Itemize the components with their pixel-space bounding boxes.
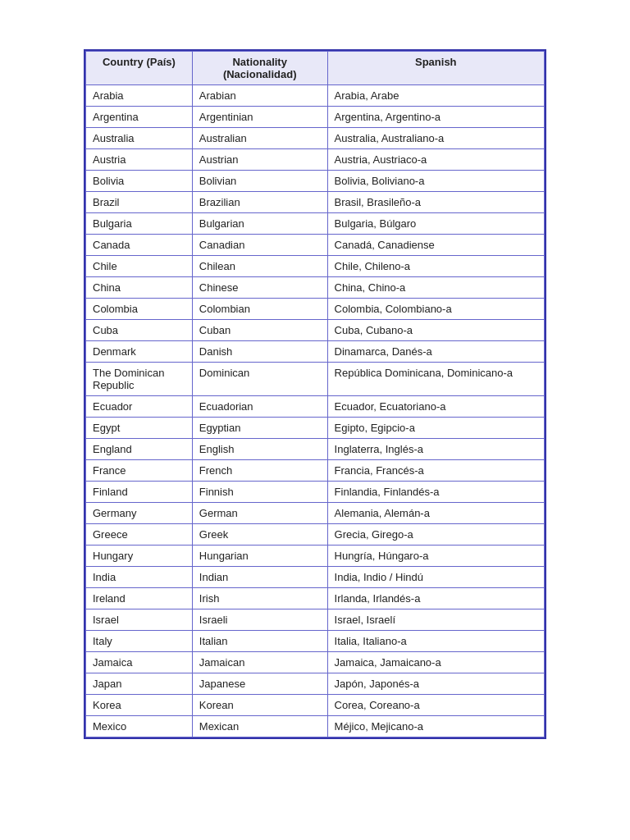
table-row: EnglandEnglishInglaterra, Inglés-a xyxy=(86,439,545,460)
table-cell: Argentina xyxy=(86,107,193,128)
table-row: HungaryHungarianHungría, Húngaro-a xyxy=(86,546,545,567)
table-row: JapanJapaneseJapón, Japonés-a xyxy=(86,673,545,695)
table-cell: Hungary xyxy=(86,546,193,567)
table-cell: Finnish xyxy=(192,482,327,503)
table-cell: Japón, Japonés-a xyxy=(327,673,544,695)
table-cell: Canada xyxy=(86,235,193,256)
table-cell: Mexican xyxy=(192,716,327,737)
table-row: FranceFrenchFrancia, Francés-a xyxy=(86,460,545,482)
table-cell: Indian xyxy=(192,567,327,588)
table-row: CanadaCanadianCanadá, Canadiense xyxy=(86,235,545,256)
table-cell: Inglaterra, Inglés-a xyxy=(327,439,544,460)
table-row: ArabiaArabianArabia, Arabe xyxy=(86,85,545,107)
table-cell: Italia, Italiano-a xyxy=(327,631,544,652)
table-cell: Irlanda, Irlandés-a xyxy=(327,588,544,609)
table-cell: Dominican xyxy=(192,363,327,396)
table-cell: France xyxy=(86,460,193,482)
table-cell: India, Indio / Hindú xyxy=(327,567,544,588)
table-cell: Chinese xyxy=(192,277,327,299)
table-cell: Australia, Australiano-a xyxy=(327,128,544,149)
table-cell: Canadian xyxy=(192,235,327,256)
table-cell: Grecia, Girego-a xyxy=(327,524,544,546)
table-cell: Irish xyxy=(192,588,327,609)
table-row: The Dominican RepublicDominicanRepública… xyxy=(86,363,545,396)
table-row: BulgariaBulgarianBulgaria, Búlgaro xyxy=(86,213,545,235)
table-cell: Corea, Coreano-a xyxy=(327,695,544,716)
table-row: GermanyGermanAlemania, Alemán-a xyxy=(86,503,545,524)
table-row: JamaicaJamaicanJamaica, Jamaicano-a xyxy=(86,652,545,673)
table-cell: Danish xyxy=(192,341,327,363)
table-cell: China xyxy=(86,277,193,299)
table-cell: Australia xyxy=(86,128,193,149)
table-cell: Austria, Austriaco-a xyxy=(327,149,544,171)
table-cell: Colombia, Colombiano-a xyxy=(327,299,544,320)
table-cell: Israeli xyxy=(192,609,327,631)
table-cell: German xyxy=(192,503,327,524)
table-cell: Cuba xyxy=(86,320,193,341)
header-country: Country (País) xyxy=(86,52,193,85)
table-cell: Cuban xyxy=(192,320,327,341)
table-cell: England xyxy=(86,439,193,460)
table-cell: Mexico xyxy=(86,716,193,737)
table-cell: Bolivian xyxy=(192,171,327,192)
table-cell: Japanese xyxy=(192,673,327,695)
table-cell: The Dominican Republic xyxy=(86,363,193,396)
table-cell: Jamaica xyxy=(86,652,193,673)
table-cell: Brazil xyxy=(86,192,193,213)
table-cell: Chile xyxy=(86,256,193,277)
table-cell: Australian xyxy=(192,128,327,149)
table-cell: Austria xyxy=(86,149,193,171)
table-cell: Arabia xyxy=(86,85,193,107)
table-cell: Israel xyxy=(86,609,193,631)
table-cell: Canadá, Canadiense xyxy=(327,235,544,256)
table-row: DenmarkDanishDinamarca, Danés-a xyxy=(86,341,545,363)
table-row: AustraliaAustralianAustralia, Australian… xyxy=(86,128,545,149)
header-spanish: Spanish xyxy=(327,52,544,85)
table-cell: Dinamarca, Danés-a xyxy=(327,341,544,363)
nationality-table-container: Country (País) Nationality (Nacionalidad… xyxy=(84,49,546,739)
table-row: KoreaKoreanCorea, Coreano-a xyxy=(86,695,545,716)
table-cell: Korean xyxy=(192,695,327,716)
table-cell: Egypt xyxy=(86,418,193,439)
table-cell: Francia, Francés-a xyxy=(327,460,544,482)
table-cell: Jamaican xyxy=(192,652,327,673)
nationality-table: Country (País) Nationality (Nacionalidad… xyxy=(85,51,545,737)
table-row: ColombiaColombianColombia, Colombiano-a xyxy=(86,299,545,320)
table-cell: Colombian xyxy=(192,299,327,320)
table-cell: Chilean xyxy=(192,256,327,277)
table-cell: Méjico, Mejicano-a xyxy=(327,716,544,737)
table-cell: Ecuadorian xyxy=(192,396,327,418)
table-cell: Argentinian xyxy=(192,107,327,128)
table-cell: Bulgaria, Búlgaro xyxy=(327,213,544,235)
table-cell: Denmark xyxy=(86,341,193,363)
table-row: ArgentinaArgentinianArgentina, Argentino… xyxy=(86,107,545,128)
table-cell: Hungarian xyxy=(192,546,327,567)
table-cell: Greek xyxy=(192,524,327,546)
table-cell: Ecuador xyxy=(86,396,193,418)
table-cell: French xyxy=(192,460,327,482)
table-cell: Korea xyxy=(86,695,193,716)
table-cell: Germany xyxy=(86,503,193,524)
table-cell: Argentina, Argentino-a xyxy=(327,107,544,128)
table-row: ChinaChineseChina, Chino-a xyxy=(86,277,545,299)
table-cell: Bulgaria xyxy=(86,213,193,235)
table-cell: Brasil, Brasileño-a xyxy=(327,192,544,213)
table-cell: Jamaica, Jamaicano-a xyxy=(327,652,544,673)
table-cell: Israel, Israelí xyxy=(327,609,544,631)
table-row: MexicoMexicanMéjico, Mejicano-a xyxy=(86,716,545,737)
table-cell: Chile, Chileno-a xyxy=(327,256,544,277)
table-row: BrazilBrazilianBrasil, Brasileño-a xyxy=(86,192,545,213)
table-cell: República Dominicana, Dominicano-a xyxy=(327,363,544,396)
table-row: BoliviaBolivianBolivia, Boliviano-a xyxy=(86,171,545,192)
table-cell: Bolivia xyxy=(86,171,193,192)
table-cell: Japan xyxy=(86,673,193,695)
table-cell: Hungría, Húngaro-a xyxy=(327,546,544,567)
table-cell: Arabia, Arabe xyxy=(327,85,544,107)
table-row: EcuadorEcuadorianEcuador, Ecuatoriano-a xyxy=(86,396,545,418)
table-row: ItalyItalianItalia, Italiano-a xyxy=(86,631,545,652)
table-row: GreeceGreekGrecia, Girego-a xyxy=(86,524,545,546)
table-row: EgyptEgyptianEgipto, Egipcio-a xyxy=(86,418,545,439)
table-row: IndiaIndianIndia, Indio / Hindú xyxy=(86,567,545,588)
table-row: CubaCubanCuba, Cubano-a xyxy=(86,320,545,341)
table-row: IsraelIsraeliIsrael, Israelí xyxy=(86,609,545,631)
